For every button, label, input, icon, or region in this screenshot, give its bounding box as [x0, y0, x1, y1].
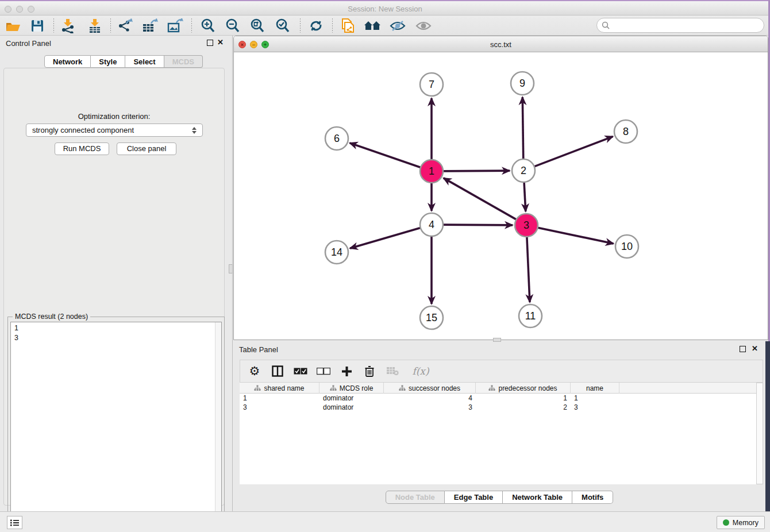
tab-style[interactable]: Style — [91, 55, 125, 68]
eye-icon — [415, 20, 432, 32]
import-table-button[interactable] — [85, 17, 105, 34]
tab-network[interactable]: Network — [44, 55, 91, 68]
edge-1-2[interactable] — [443, 171, 510, 171]
houses-icon — [364, 20, 381, 32]
node-label-3: 3 — [523, 219, 529, 231]
memory-button[interactable]: Memory — [717, 516, 765, 529]
search-input[interactable] — [610, 20, 764, 31]
tab-network-table[interactable]: Network Table — [503, 491, 572, 504]
main-toolbar — [0, 16, 770, 36]
toolbar-separator — [300, 18, 301, 33]
eye-slash-icon — [390, 20, 406, 32]
close-panel-button[interactable]: Close panel — [117, 142, 176, 155]
select-all-checks-icon[interactable] — [293, 364, 308, 379]
network-graph: 1234678910111415 — [234, 52, 768, 340]
edge-4-3[interactable] — [443, 225, 513, 225]
control-panel-close-button[interactable]: ✕ — [217, 38, 224, 47]
cell-name-1[interactable]: 3 — [571, 403, 619, 412]
function-builder-button[interactable]: f(x) — [408, 364, 433, 379]
clone-network-button[interactable] — [338, 17, 357, 34]
edge-1-6[interactable] — [350, 143, 421, 168]
export-table-button[interactable] — [140, 17, 160, 34]
vertical-splitter[interactable] — [228, 36, 233, 511]
edge-4-14[interactable] — [350, 228, 421, 249]
tab-mcds[interactable]: MCDS — [164, 55, 203, 68]
cell-shared-name-0[interactable]: 1 — [240, 394, 319, 403]
optimization-criterion-select[interactable]: strongly connected component — [26, 124, 203, 137]
zoom-out-icon — [225, 18, 240, 33]
zoom-out-button[interactable] — [223, 17, 242, 34]
save-session-button[interactable] — [28, 17, 47, 34]
cell-successor-nodes-1[interactable]: 3 — [384, 403, 476, 412]
tab-select[interactable]: Select — [125, 55, 164, 68]
control-panel-float-button[interactable] — [207, 40, 213, 46]
column-header-name[interactable]: name — [571, 383, 619, 394]
node-label-2: 2 — [521, 165, 526, 176]
table-panel-float-button[interactable] — [740, 346, 746, 352]
network-view-window: × − + scc.txt 1234678910111415 — [233, 36, 768, 340]
zoom-selected-button[interactable] — [273, 17, 292, 34]
table-scrollbar[interactable] — [756, 383, 763, 484]
refresh-view-button[interactable] — [306, 17, 326, 34]
zoom-in-button[interactable] — [198, 17, 218, 34]
show-columns-icon[interactable] — [270, 364, 285, 379]
cell-predecessor-nodes-1[interactable]: 2 — [476, 403, 571, 412]
mcds-result-scrollbar[interactable] — [215, 322, 221, 532]
tab-edge-table[interactable]: Edge Table — [445, 491, 503, 504]
list-icon — [10, 519, 20, 527]
cell-name-0[interactable]: 1 — [571, 394, 619, 403]
splitter-grip[interactable] — [229, 264, 233, 273]
import-table-icon — [87, 18, 102, 33]
hide-selected-button[interactable] — [388, 17, 407, 34]
column-label-shared-name: shared name — [264, 384, 304, 392]
add-column-icon[interactable] — [339, 364, 354, 379]
zoom-fit-button[interactable] — [248, 17, 267, 34]
column-header-predecessor-nodes[interactable]: predecessor nodes — [476, 383, 571, 394]
export-network-button[interactable] — [116, 17, 135, 34]
table-panel-header: Table Panel ✕ — [233, 342, 765, 357]
edge-2-9[interactable] — [522, 97, 523, 159]
home-view-button[interactable] — [363, 17, 382, 34]
search-icon — [602, 21, 610, 29]
import-network-button[interactable] — [58, 17, 78, 34]
delete-table-icon[interactable] — [385, 364, 400, 379]
table-panel-close-button[interactable]: ✕ — [752, 344, 758, 353]
run-mcds-button[interactable]: Run MCDS — [55, 142, 109, 155]
network-canvas[interactable]: 1234678910111415 — [234, 52, 768, 340]
task-history-button[interactable] — [7, 516, 22, 529]
node-label-6: 6 — [334, 133, 340, 144]
cell-shared-name-1[interactable]: 3 — [240, 403, 319, 412]
export-image-button[interactable] — [165, 17, 185, 34]
open-session-button[interactable] — [3, 17, 23, 34]
export-image-icon — [167, 18, 183, 33]
cell-successor-nodes-0[interactable]: 4 — [384, 394, 476, 403]
edge-2-8[interactable] — [534, 137, 613, 167]
edge-2-3[interactable] — [524, 182, 526, 211]
cell-mcds-role-1[interactable]: dominator — [319, 403, 384, 412]
cell-predecessor-nodes-0[interactable]: 1 — [476, 394, 571, 403]
table-toolbar: ⚙ f(x) — [240, 360, 763, 383]
refresh-icon — [309, 18, 324, 33]
cell-mcds-role-0[interactable]: dominator — [319, 394, 384, 403]
table-row-1[interactable]: 3dominator323 — [240, 403, 756, 412]
delete-column-trash-icon[interactable] — [362, 364, 377, 379]
node-label-7: 7 — [429, 79, 434, 90]
column-header-mcds-role[interactable]: MCDS role — [319, 383, 384, 394]
horizontal-splitter-grip[interactable] — [493, 338, 501, 342]
edge-3-11[interactable] — [527, 237, 530, 302]
column-header-successor-nodes[interactable]: successor nodes — [384, 383, 476, 394]
column-header-shared-name[interactable]: shared name — [240, 383, 319, 394]
mcds-result-textarea[interactable]: 1 3 — [10, 322, 222, 532]
table-options-gear-icon[interactable]: ⚙ — [247, 364, 262, 379]
edge-3-1[interactable] — [444, 178, 517, 219]
tab-motifs[interactable]: Motifs — [572, 491, 613, 504]
save-icon — [31, 20, 44, 32]
deselect-all-checks-icon[interactable] — [316, 364, 331, 379]
tab-node-table[interactable]: Node Table — [386, 491, 445, 504]
show-all-button[interactable] — [414, 17, 433, 34]
edge-3-10[interactable] — [538, 228, 614, 244]
node-table[interactable]: shared nameMCDS rolesuccessor nodesprede… — [240, 383, 756, 484]
node-label-4: 4 — [429, 219, 434, 230]
search-field[interactable] — [596, 18, 764, 33]
table-row-0[interactable]: 1dominator411 — [240, 394, 756, 403]
